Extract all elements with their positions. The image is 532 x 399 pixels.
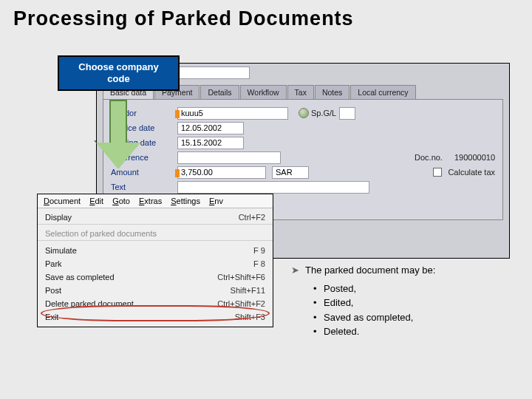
menu-item-label: Exit <box>45 313 58 321</box>
menu-item-post[interactable]: Post Shift+F11 <box>38 284 273 297</box>
menubar: Document Edit Goto Extras Settings Env <box>38 194 273 208</box>
menu-item-shortcut: Shift+F3 <box>235 313 265 321</box>
menu-item-shortcut: F 9 <box>253 246 265 255</box>
menu-item-shortcut: Shift+F11 <box>231 286 265 295</box>
menu-item-label: Selection of parked documents <box>45 229 157 238</box>
menu-item-label: Post <box>45 286 61 295</box>
menu-item-selection-parked[interactable]: Selection of parked documents <box>38 228 273 241</box>
menu-item-label: Display <box>45 213 72 222</box>
document-menu-window: Document Edit Goto Extras Settings Env D… <box>37 194 273 327</box>
calc-tax-checkbox[interactable] <box>433 168 442 177</box>
menubar-edit[interactable]: Edit <box>89 197 103 205</box>
tab-local-currency[interactable]: Local currency <box>350 85 415 99</box>
menubar-env[interactable]: Env <box>209 197 223 205</box>
reference-field[interactable] <box>177 151 281 164</box>
spgl-field[interactable] <box>339 107 355 120</box>
slide-title: Processing of Parked Documents <box>13 7 354 30</box>
slide-stage: Processing of Parked Documents Transactn… <box>0 0 532 399</box>
list-item: Edited, <box>313 296 435 310</box>
spgl-icon[interactable] <box>299 108 309 118</box>
calc-tax-label: Calculate tax <box>448 168 495 177</box>
menu-item-simulate[interactable]: Simulate F 9 <box>38 244 273 257</box>
currency-field[interactable]: SAR <box>272 166 309 179</box>
document-menu-list: Display Ctrl+F2 Selection of parked docu… <box>38 208 273 327</box>
menu-item-display[interactable]: Display Ctrl+F2 <box>38 211 273 225</box>
text-field[interactable] <box>177 181 369 194</box>
amount-field[interactable]: 3,750.00 <box>177 166 266 179</box>
vendor-field[interactable]: kuuu5 <box>177 107 288 120</box>
menu-item-exit[interactable]: Exit Shift+F3 <box>38 310 273 324</box>
menubar-settings[interactable]: Settings <box>171 197 200 205</box>
menu-item-delete-parked[interactable]: Delete parked document Ctrl+Shift+F2 <box>38 297 273 310</box>
down-arrow <box>96 100 140 174</box>
docno-label: Doc.no. <box>415 153 443 162</box>
list-item: Posted, <box>313 282 435 296</box>
menu-item-shortcut: Ctrl+Shift+F2 <box>217 299 265 308</box>
list-item: Deleted. <box>313 324 435 339</box>
callout-line1: Choose company <box>78 61 158 72</box>
menu-item-save-completed[interactable]: Save as completed Ctrl+Shift+F6 <box>38 270 273 284</box>
tab-workflow[interactable]: Workflow <box>240 85 287 99</box>
tab-details[interactable]: Details <box>200 85 239 99</box>
notes-list: Posted, Edited, Saved as completed, Dele… <box>313 282 435 339</box>
spgl-label: Sp.G/L <box>311 109 336 117</box>
text-label: Text <box>111 183 177 191</box>
docno-value: 190000010 <box>454 153 495 162</box>
notes-lead-text: The parked document may be: <box>305 265 435 276</box>
callout-line2: code <box>107 73 129 84</box>
tab-tax[interactable]: Tax <box>287 85 314 99</box>
menu-item-label: Delete parked document <box>45 299 134 308</box>
menu-item-shortcut: F 8 <box>253 259 265 268</box>
notes-block: ➤ The parked document may be: Posted, Ed… <box>291 265 435 339</box>
menu-item-shortcut: Ctrl+Shift+F6 <box>217 273 265 282</box>
menubar-goto[interactable]: Goto <box>112 197 130 205</box>
notes-lead: ➤ The parked document may be: <box>291 265 435 277</box>
menubar-document[interactable]: Document <box>44 197 81 205</box>
menu-item-label: Simulate <box>45 246 77 255</box>
menu-item-shortcut: Ctrl+F2 <box>239 213 265 222</box>
tab-notes[interactable]: Notes <box>315 85 349 99</box>
menu-item-label: Save as completed <box>45 273 115 282</box>
callout-choose-company-code: Choose company code <box>58 55 180 91</box>
menubar-extras[interactable]: Extras <box>139 197 162 205</box>
menu-item-label: Park <box>45 259 62 268</box>
posting-date-field[interactable]: 15.15.2002 <box>177 137 244 149</box>
invoice-date-field[interactable]: 12.05.2002 <box>177 122 244 134</box>
bullet-arrow-icon: ➤ <box>291 265 299 277</box>
list-item: Saved as completed, <box>313 310 435 325</box>
menu-item-park[interactable]: Park F 8 <box>38 257 273 270</box>
